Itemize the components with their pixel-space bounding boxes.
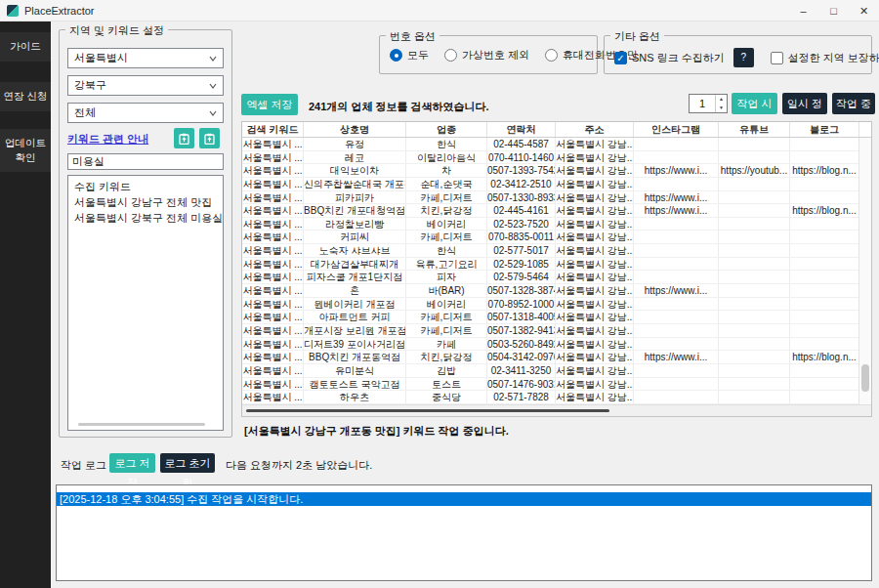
cell-instagram xyxy=(634,258,719,271)
page-spinner[interactable]: 1 ▲ ▼ xyxy=(689,94,728,113)
city-select[interactable]: 서울특별시 xyxy=(67,48,224,68)
table-row[interactable]: 서울특별시 ...노숙자 샤브샤브한식02-577-5017서울특별시 강남..… xyxy=(242,244,871,258)
log-entry[interactable]: [2025-12-18 오후 3:04:55] 수집 작업을 시작합니다. xyxy=(57,492,871,506)
cell-phone: 02-445-4161 xyxy=(487,204,556,217)
table-row[interactable]: 서울특별시 ...유미분식김밥02-3411-3250서울특별시 강남... xyxy=(242,364,871,378)
keyword-list-items: 서울특별시 강남구 전체 맛집서울특별시 강북구 전체 미용실 xyxy=(68,194,223,226)
cell-address: 서울특별시 강남... xyxy=(556,298,634,311)
cell-category: 카페,디저트 xyxy=(406,231,487,243)
close-button[interactable]: ✕ xyxy=(849,0,879,21)
log-list[interactable]: [2025-12-18 오후 3:04:55] 수집 작업을 시작합니다. xyxy=(56,484,872,581)
cell-keyword: 서울특별시 ... xyxy=(242,391,304,403)
cell-name: 유정 xyxy=(304,138,406,150)
maximize-button[interactable]: □ xyxy=(818,0,849,21)
neighborhood-select-value: 전체 xyxy=(74,106,96,118)
cell-phone: 0507-1393-7542 xyxy=(487,164,556,177)
cell-keyword: 서울특별시 ... xyxy=(242,298,304,311)
paste-keyword-button[interactable] xyxy=(199,128,220,148)
table-row[interactable]: 서울특별시 ...커피씨카페,디저트070-8835-0011서울특별시 강남.… xyxy=(242,231,871,244)
keyword-list-item[interactable]: 서울특별시 강북구 전체 미용실 xyxy=(68,210,223,226)
cell-instagram: https://www.i... xyxy=(634,204,719,217)
keyword-guide-link[interactable]: 키워드 관련 안내 xyxy=(67,132,148,147)
table-row[interactable]: 서울특별시 ...디저트39 포이사거리점카페0503-5260-8492서울특… xyxy=(242,338,871,352)
cell-name: 노숙자 샤브샤브 xyxy=(304,244,406,257)
excel-save-button[interactable]: 엑셀 저장 xyxy=(241,94,298,115)
stop-job-button[interactable]: 작업 중지 xyxy=(832,93,875,114)
cell-phone: 070-4110-1460 xyxy=(487,151,556,164)
hscroll-thumb[interactable] xyxy=(246,409,609,412)
cell-address: 서울특별시 강남... xyxy=(556,231,634,243)
neighborhood-select[interactable]: 전체 xyxy=(67,103,224,123)
pause-job-button[interactable]: 일시 정지 xyxy=(782,93,827,114)
table-row[interactable]: 서울특별시 ...원베이커리 개포점베이커리070-8952-1000서울특별시… xyxy=(242,298,871,312)
table-row[interactable]: 서울특별시 ...레코이탈리아음식070-4110-1460서울특별시 강남..… xyxy=(242,151,871,165)
cell-name: 아파트먼트 커피 xyxy=(304,311,406,323)
column-header: 주소 xyxy=(556,122,634,137)
cell-name: 레코 xyxy=(304,151,406,164)
etc-options-title: 기타 옵션 xyxy=(610,29,664,44)
table-row[interactable]: 서울특별시 ...라정찰보리빵베이커리02-523-7520서울특별시 강남..… xyxy=(242,218,871,231)
radio-icon[interactable] xyxy=(390,49,402,62)
district-select[interactable]: 강북구 xyxy=(67,75,224,96)
table-row[interactable]: 서울특별시 ...BBQ치킨 개포대청역점치킨,닭강정02-445-4161서울… xyxy=(242,204,871,218)
keyword-input[interactable] xyxy=(67,153,224,170)
spinner-up-icon[interactable]: ▲ xyxy=(716,95,727,104)
cell-blog xyxy=(790,258,859,271)
cell-name: 캠토토스트 국악고점 xyxy=(304,378,406,391)
radio-label: 가상번호 제외 xyxy=(462,48,529,63)
radio-icon[interactable] xyxy=(545,49,558,62)
table-row[interactable]: 서울특별시 ...유정한식02-445-4587서울특별시 강남... xyxy=(242,138,871,151)
keyword-list-item[interactable]: 서울특별시 강남구 전체 맛집 xyxy=(68,194,223,210)
cell-youtube xyxy=(719,364,790,377)
table-row[interactable]: 서울특별시 ...개포시장 보리원 개포점카페,디저트0507-1382-941… xyxy=(242,324,871,338)
sidebar: 가이드 연장 신청 업데이트 확인 xyxy=(0,21,51,588)
log-clear-button[interactable]: 로그 초기화 xyxy=(160,453,215,473)
table-row[interactable]: 서울특별시 ...아파트먼트 커피카페,디저트0507-1318-4005서울특… xyxy=(242,311,871,324)
table-row[interactable]: 서울특별시 ...혼바(BAR)0507-1328-3874서울특별시 강남..… xyxy=(242,284,871,298)
radio-option[interactable]: 가상번호 제외 xyxy=(444,48,529,63)
table-hscrollbar[interactable] xyxy=(242,404,871,416)
collected-keyword-list[interactable]: 수집 키워드 서울특별시 강남구 전체 맛집서울특별시 강북구 전체 미용실 xyxy=(67,175,224,431)
city-select-value: 서울특별시 xyxy=(74,52,128,63)
cell-address: 서울특별시 강남... xyxy=(556,391,634,403)
checkbox-option[interactable]: ✓SNS 링크 수집하기 xyxy=(614,51,725,65)
app-icon xyxy=(7,5,19,17)
radio-option[interactable]: 모두 xyxy=(390,48,429,63)
sidebar-item-guide[interactable]: 가이드 xyxy=(0,32,51,62)
start-job-button[interactable]: 작업 시작 xyxy=(732,93,777,114)
sidebar-item-extension[interactable]: 연장 신청 xyxy=(0,82,51,111)
table-vscrollbar[interactable] xyxy=(858,138,871,404)
spinner-down-icon[interactable]: ▼ xyxy=(716,104,727,112)
cell-keyword: 서울특별시 ... xyxy=(242,151,304,164)
table-row[interactable]: 서울특별시 ...피카피카카페,디저트0507-1330-8933서울특별시 강… xyxy=(242,191,871,205)
cell-youtube xyxy=(719,151,790,164)
radio-icon[interactable] xyxy=(444,49,457,62)
checkbox-label: SNS 링크 수집하기 xyxy=(632,51,725,65)
table-row[interactable]: 서울특별시 ...BBQ치킨 개포동역점치킨,닭강정0504-3142-0976… xyxy=(242,351,871,364)
cell-youtube xyxy=(719,298,790,311)
log-save-button[interactable]: 로그 저장 xyxy=(109,453,155,473)
checkbox-icon[interactable]: ✓ xyxy=(614,52,627,64)
table-row[interactable]: 서울특별시 ...대익보이차차0507-1393-7542서울특별시 강남...… xyxy=(242,164,871,178)
cell-category: 베이커리 xyxy=(406,298,487,311)
table-row[interactable]: 서울특별시 ...피자스쿨 개포1단지점피자02-579-5464서울특별시 강… xyxy=(242,271,871,284)
checkbox-icon[interactable] xyxy=(771,52,783,64)
keyword-list-hscrollbar[interactable] xyxy=(78,423,205,426)
minimize-button[interactable]: – xyxy=(788,0,818,21)
checkbox-option[interactable]: 설정한 지역 보장하기 xyxy=(771,51,879,65)
table-row[interactable]: 서울특별시 ...신의주찹쌀순대국 개포점순대,순댓국02-3412-2510서… xyxy=(242,178,871,191)
chevron-down-icon xyxy=(209,110,217,116)
add-keyword-button[interactable] xyxy=(174,128,194,148)
cell-category: 베이커리 xyxy=(406,218,487,231)
sidebar-item-update[interactable]: 업데이트 확인 xyxy=(0,129,51,172)
region-keyword-panel: 지역 및 키워드 설정 서울특별시 강북구 전체 키워드 관련 안내 수집 키워… xyxy=(59,29,232,438)
cell-blog: https://blog.n... xyxy=(790,204,859,217)
table-row[interactable]: 서울특별시 ...대가삼겹살부대찌개육류,고기요리02-529-1085서울특별… xyxy=(242,258,871,272)
table-row[interactable]: 서울특별시 ...캠토토스트 국악고점토스트0507-1476-9031서울특별… xyxy=(242,378,871,392)
help-button[interactable]: ? xyxy=(733,48,754,67)
vscroll-thumb[interactable] xyxy=(861,364,869,392)
number-options-row: 모두가상번호 제외휴대전화번호만 xyxy=(390,48,593,63)
table-row[interactable]: 서울특별시 ...하우츠중식당02-571-7828서울특별시 강남... xyxy=(242,391,871,404)
cell-name: 혼 xyxy=(304,284,406,297)
cell-youtube xyxy=(719,231,790,243)
